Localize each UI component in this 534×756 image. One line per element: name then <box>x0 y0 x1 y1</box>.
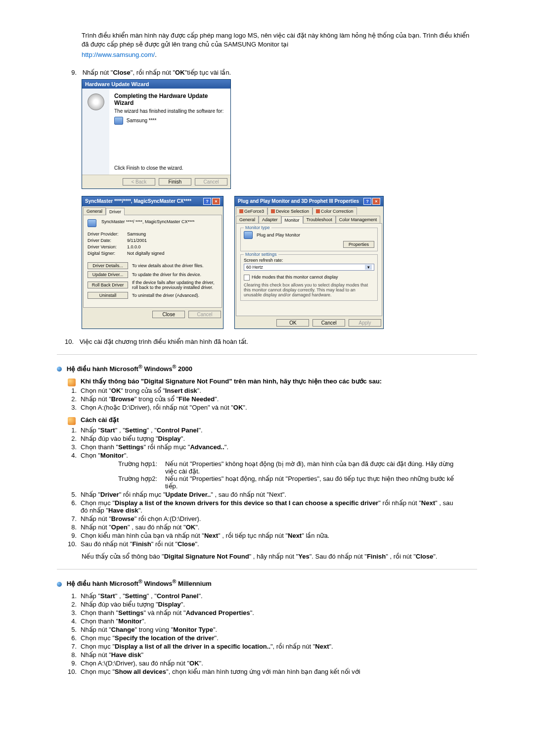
monitor-icon <box>88 219 96 227</box>
wizard-titlebar: Hardware Update Wizard <box>82 80 230 89</box>
install-heading-row: Cách cài đặt <box>68 416 477 424</box>
wizard-line2: Click Finish to close the wizard. <box>114 165 225 171</box>
drv-device-name: SyncMaster ****/ ****, MagicSyncMaster C… <box>101 219 195 224</box>
wizard-content: Completing the Hardware Update Wizard Th… <box>109 89 230 175</box>
divider <box>57 569 477 569</box>
wizard-sidebar <box>82 89 109 175</box>
driver-details-button[interactable]: Driver Details... <box>88 262 128 269</box>
help-icon[interactable]: ? <box>363 198 371 205</box>
wizard-heading: Completing the Hardware Update Wizard <box>114 93 225 106</box>
update-driver-button[interactable]: Update Driver... <box>88 271 128 278</box>
cancel-button: Cancel <box>195 178 227 186</box>
page-container: Trình điều khiển màn hình này được cấp p… <box>0 0 534 696</box>
close-icon[interactable]: × <box>372 198 380 205</box>
samsung-link[interactable]: http://www.samsung.com/ <box>82 51 155 58</box>
intro-text: Trình điều khiển màn hình này được cấp p… <box>82 31 477 49</box>
drv-close-button[interactable]: Close <box>152 311 185 318</box>
help-icon[interactable]: ? <box>203 198 211 205</box>
step9-num: 9. <box>64 69 77 76</box>
drv-titlebar: SyncMaster ****/****, MagicSyncMaster CX… <box>82 196 223 206</box>
link-suffix: . <box>155 51 157 58</box>
rollback-driver-button[interactable]: Roll Back Driver <box>88 282 128 288</box>
bullet-icon <box>68 417 76 425</box>
hide-modes-checkbox[interactable] <box>244 275 250 281</box>
monitor-icon <box>244 231 253 239</box>
tab-trouble[interactable]: Troubleshoot <box>303 216 336 223</box>
win2000-heading: Hệ điều hành Microsoft® Windows® 2000 <box>57 364 477 373</box>
tab-colormgmt[interactable]: Color Management <box>336 216 381 223</box>
uninstall-button[interactable]: Uninstall <box>88 292 128 299</box>
dialogs-row: SyncMaster ****/****, MagicSyncMaster CX… <box>82 196 477 329</box>
step9-text: Nhấp nút "Close", rồi nhấp nút "OK"tiếp … <box>83 69 458 76</box>
monitor-icon <box>114 117 123 125</box>
disp-tab-body: Monitor type Plug and Play Monitor Prope… <box>236 223 382 316</box>
hardware-update-wizard: Hardware Update Wizard Completing the Ha… <box>82 79 231 189</box>
wizard-buttons: < Back Finish Cancel <box>82 175 230 189</box>
disp-titlebar: Plug and Play Monitor and 3D Prophet III… <box>235 196 383 206</box>
win2000-note: Nếu thấy cửa sổ thông báo "Digital Signa… <box>82 553 477 560</box>
step-9: 9. Nhấp nút "Close", rồi nhấp nút "OK"ti… <box>64 69 477 76</box>
display-properties-dialog: Plug and Play Monitor and 3D Prophet III… <box>234 196 384 329</box>
close-icon[interactable]: × <box>212 198 220 205</box>
step-10: 10. Việc cài đặt chương trình điều khiển… <box>61 338 477 345</box>
driver-properties-dialog: SyncMaster ****/****, MagicSyncMaster CX… <box>82 196 223 329</box>
wizard-line1: The wizard has finished installing the s… <box>114 108 225 114</box>
finish-button[interactable]: Finish <box>159 178 191 186</box>
refresh-rate-dropdown[interactable]: 60 Hertz ▾ <box>244 264 374 271</box>
divider <box>57 354 477 355</box>
cd-icon <box>88 94 104 110</box>
tab-geforce[interactable]: GeForce3 <box>236 207 267 215</box>
tab-general[interactable]: General <box>83 207 106 215</box>
tab-dmonitor[interactable]: Monitor <box>281 216 303 224</box>
step10-text: Việc cài đặt chương trình điều khiển màn… <box>80 338 455 345</box>
drv-tab-body: SyncMaster ****/ ****, MagicSyncMaster C… <box>83 215 222 308</box>
disp-ok-button[interactable]: OK <box>276 319 309 327</box>
bullet-icon <box>57 582 62 587</box>
disp-apply-button: Apply <box>349 319 381 327</box>
properties-button[interactable]: Properties <box>343 241 374 248</box>
win2000-section: Hệ điều hành Microsoft® Windows® 2000 Kh… <box>57 364 477 560</box>
tab-adapter[interactable]: Adapter <box>259 216 281 223</box>
disp-cancel-button[interactable]: Cancel <box>312 319 345 327</box>
tab-colorcorr[interactable]: Color Correction <box>312 207 357 215</box>
wizard-device: Samsung **** <box>127 117 157 123</box>
chevron-down-icon: ▾ <box>365 265 372 270</box>
bullet-icon <box>57 367 62 372</box>
sig-heading-row: Khi thấy thông báo "Digital Signature No… <box>68 378 477 385</box>
winme-heading: Hệ điều hành Microsoft® Windows® Millenn… <box>57 578 477 587</box>
step10-num: 10. <box>61 338 74 345</box>
tab-dgeneral[interactable]: General <box>236 216 259 223</box>
drv-cancel-button: Cancel <box>188 311 221 318</box>
tab-devsel[interactable]: Device Selection <box>267 207 312 215</box>
tab-driver[interactable]: Driver <box>106 208 125 215</box>
winme-section: Hệ điều hành Microsoft® Windows® Millenn… <box>57 578 477 675</box>
back-button: < Back <box>123 178 155 186</box>
bullet-icon <box>68 378 76 386</box>
intro-block: Trình điều khiển màn hình này được cấp p… <box>82 31 477 60</box>
